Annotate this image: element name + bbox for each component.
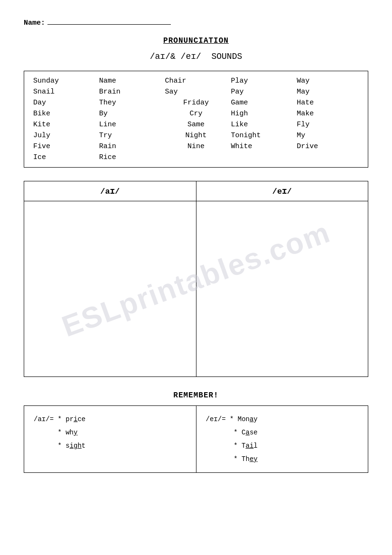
list-item: May	[295, 87, 361, 97]
list-item: Day	[31, 98, 97, 108]
list-item: Game	[229, 98, 295, 108]
list-item: Rain	[97, 141, 163, 151]
col1-header: /aɪ/	[24, 181, 196, 201]
list-item: Try	[97, 131, 163, 141]
list-item: July	[31, 131, 97, 141]
subtitle: /aɪ/& /eɪ/ SOUNDS	[24, 51, 368, 61]
list-item	[295, 152, 361, 162]
remember-right-cell: /eɪ/= * Monay * Case * Tail * They	[196, 406, 368, 473]
right-item-case: * Case	[206, 429, 258, 436]
name-section: Name:	[24, 19, 368, 27]
list-item: Nine	[163, 141, 229, 151]
list-item: Friday	[163, 98, 229, 108]
col2-header: /eɪ/	[196, 181, 368, 201]
list-item: Fly	[295, 120, 361, 130]
word-list-grid: Sunday Name Chair Play Way Snail Brain S…	[31, 76, 361, 162]
list-item	[229, 152, 295, 162]
list-item: Ice	[31, 152, 97, 162]
remember-table: /aɪ/= * price * why * sight /eɪ/= * Mona…	[24, 405, 368, 473]
list-item: Name	[97, 76, 163, 86]
list-item: Bike	[31, 109, 97, 119]
list-item: Way	[295, 76, 361, 86]
list-item: White	[229, 141, 295, 151]
list-item: Sunday	[31, 76, 97, 86]
word-list-table: Sunday Name Chair Play Way Snail Brain S…	[24, 71, 368, 168]
list-item: Rice	[97, 152, 163, 162]
list-item: Cry	[163, 109, 229, 119]
list-item: By	[97, 109, 163, 119]
sound-sorting-section: /aɪ/ /eɪ/ ESLprintables.com	[24, 181, 368, 377]
list-item: Say	[163, 87, 229, 97]
list-item: Play	[229, 76, 295, 86]
list-item: Like	[229, 120, 295, 130]
ei-sound-cell	[196, 201, 368, 377]
left-phonetic: /aɪ/= * price	[34, 415, 85, 423]
remember-section: REMEMBER! /aɪ/= * price * why * sight /e…	[24, 391, 368, 473]
remember-left-cell: /aɪ/= * price * why * sight	[24, 406, 196, 473]
list-item: Line	[97, 120, 163, 130]
list-item: Night	[163, 131, 229, 141]
list-item: Make	[295, 109, 361, 119]
list-item: Five	[31, 141, 97, 151]
list-item: Brain	[97, 87, 163, 97]
page-title: PRONUNCIATION	[24, 37, 368, 45]
sound-table: /aɪ/ /eɪ/ ESLprintables.com	[24, 181, 368, 377]
list-item: Chair	[163, 76, 229, 86]
phonetic-label: /aɪ/& /eɪ/	[150, 52, 201, 61]
list-item: Pay	[229, 87, 295, 97]
list-item: My	[295, 131, 361, 141]
list-item: Same	[163, 120, 229, 130]
remember-right-content: /eɪ/= * Monay * Case * Tail * They	[206, 413, 359, 466]
ai-sound-cell: ESLprintables.com	[24, 201, 196, 377]
list-item: Tonight	[229, 131, 295, 141]
remember-left-content: /aɪ/= * price * why * sight	[34, 413, 187, 452]
left-item-why: * why	[34, 429, 77, 436]
right-item-they: * They	[206, 455, 258, 463]
name-label: Name:	[24, 19, 45, 27]
list-item: Drive	[295, 141, 361, 151]
right-phonetic: /eɪ/= * Monay	[206, 415, 258, 423]
list-item: Snail	[31, 87, 97, 97]
name-input-line	[47, 24, 171, 25]
left-item-sight: * sight	[34, 442, 85, 450]
list-item: Kite	[31, 120, 97, 130]
right-item-tail: * Tail	[206, 442, 258, 450]
list-item: High	[229, 109, 295, 119]
list-item: Hate	[295, 98, 361, 108]
list-item: They	[97, 98, 163, 108]
sounds-label: SOUNDS	[211, 52, 242, 61]
remember-title: REMEMBER!	[24, 391, 368, 400]
list-item	[163, 152, 229, 162]
